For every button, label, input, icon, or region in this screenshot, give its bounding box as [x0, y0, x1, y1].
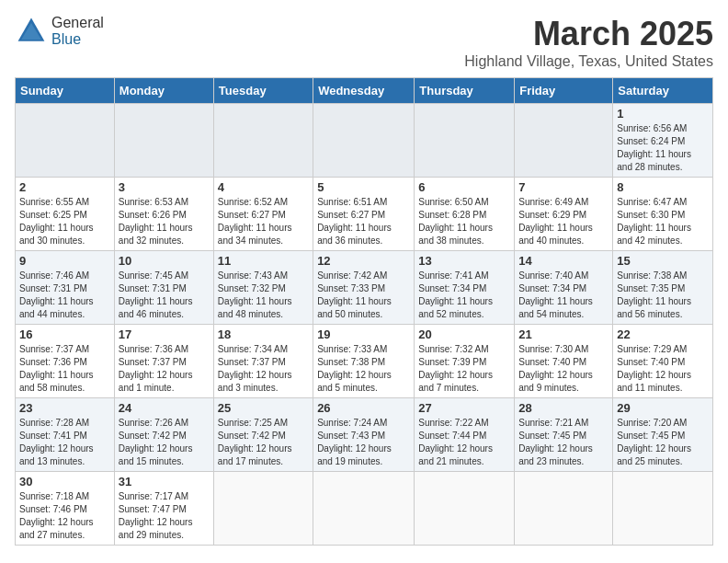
calendar-cell: 15Sunrise: 7:38 AM Sunset: 7:35 PM Dayli… — [613, 251, 713, 325]
calendar-cell: 6Sunrise: 6:50 AM Sunset: 6:28 PM Daylig… — [415, 178, 515, 251]
calendar-cell: 22Sunrise: 7:29 AM Sunset: 7:40 PM Dayli… — [613, 325, 713, 398]
calendar-cell — [114, 104, 213, 178]
calendar-cell: 26Sunrise: 7:24 AM Sunset: 7:43 PM Dayli… — [313, 398, 415, 472]
week-row-6: 30Sunrise: 7:18 AM Sunset: 7:46 PM Dayli… — [16, 472, 713, 546]
day-number: 7 — [518, 180, 609, 194]
day-number: 28 — [518, 401, 609, 415]
day-info: Sunrise: 7:22 AM Sunset: 7:44 PM Dayligh… — [418, 417, 510, 468]
header-row: SundayMondayTuesdayWednesdayThursdayFrid… — [16, 78, 713, 104]
day-number: 1 — [617, 107, 709, 121]
day-info: Sunrise: 7:18 AM Sunset: 7:46 PM Dayligh… — [19, 490, 110, 542]
day-info: Sunrise: 7:37 AM Sunset: 7:36 PM Dayligh… — [19, 343, 110, 395]
day-number: 31 — [119, 475, 210, 488]
month-title: March 2025 — [464, 15, 713, 53]
day-info: Sunrise: 7:46 AM Sunset: 7:31 PM Dayligh… — [19, 270, 110, 321]
header: General Blue March 2025 Highland Village… — [15, 15, 713, 70]
day-info: Sunrise: 6:55 AM Sunset: 6:25 PM Dayligh… — [19, 196, 110, 247]
page-container: General Blue March 2025 Highland Village… — [15, 15, 713, 546]
logo: General Blue — [15, 15, 104, 48]
calendar-cell: 20Sunrise: 7:32 AM Sunset: 7:39 PM Dayli… — [415, 325, 515, 398]
day-header-wednesday: Wednesday — [313, 78, 415, 104]
day-info: Sunrise: 7:41 AM Sunset: 7:34 PM Dayligh… — [418, 270, 510, 321]
calendar-cell — [313, 472, 415, 546]
calendar-cell: 3Sunrise: 6:53 AM Sunset: 6:26 PM Daylig… — [114, 178, 213, 251]
day-info: Sunrise: 7:28 AM Sunset: 7:41 PM Dayligh… — [19, 417, 110, 468]
day-number: 4 — [218, 180, 309, 194]
calendar-cell: 7Sunrise: 6:49 AM Sunset: 6:29 PM Daylig… — [515, 178, 613, 251]
calendar-cell: 25Sunrise: 7:25 AM Sunset: 7:42 PM Dayli… — [213, 398, 313, 472]
calendar-cell: 21Sunrise: 7:30 AM Sunset: 7:40 PM Dayli… — [515, 325, 613, 398]
day-number: 21 — [518, 327, 609, 341]
day-info: Sunrise: 7:25 AM Sunset: 7:42 PM Dayligh… — [218, 417, 309, 468]
calendar-cell: 28Sunrise: 7:21 AM Sunset: 7:45 PM Dayli… — [515, 398, 613, 472]
day-info: Sunrise: 7:42 AM Sunset: 7:33 PM Dayligh… — [317, 270, 410, 321]
day-info: Sunrise: 7:29 AM Sunset: 7:40 PM Dayligh… — [617, 343, 709, 395]
calendar-cell — [16, 104, 115, 178]
calendar-cell: 27Sunrise: 7:22 AM Sunset: 7:44 PM Dayli… — [415, 398, 515, 472]
calendar-cell: 10Sunrise: 7:45 AM Sunset: 7:31 PM Dayli… — [114, 251, 213, 325]
day-number: 20 — [418, 327, 510, 341]
week-row-4: 16Sunrise: 7:37 AM Sunset: 7:36 PM Dayli… — [16, 325, 713, 398]
calendar-cell — [515, 472, 613, 546]
day-number: 18 — [218, 327, 309, 341]
calendar-cell: 2Sunrise: 6:55 AM Sunset: 6:25 PM Daylig… — [16, 178, 115, 251]
day-number: 19 — [317, 327, 410, 341]
calendar-cell — [515, 104, 613, 178]
day-info: Sunrise: 6:52 AM Sunset: 6:27 PM Dayligh… — [218, 196, 309, 247]
day-info: Sunrise: 7:17 AM Sunset: 7:47 PM Dayligh… — [119, 490, 210, 542]
calendar-cell: 24Sunrise: 7:26 AM Sunset: 7:42 PM Dayli… — [114, 398, 213, 472]
day-number: 23 — [19, 401, 110, 415]
calendar-cell: 5Sunrise: 6:51 AM Sunset: 6:27 PM Daylig… — [313, 178, 415, 251]
week-row-3: 9Sunrise: 7:46 AM Sunset: 7:31 PM Daylig… — [16, 251, 713, 325]
calendar-cell — [415, 104, 515, 178]
day-info: Sunrise: 7:34 AM Sunset: 7:37 PM Dayligh… — [218, 343, 309, 395]
day-info: Sunrise: 7:36 AM Sunset: 7:37 PM Dayligh… — [119, 343, 210, 395]
calendar-cell: 4Sunrise: 6:52 AM Sunset: 6:27 PM Daylig… — [213, 178, 313, 251]
day-number: 9 — [19, 254, 110, 268]
day-number: 10 — [119, 254, 210, 268]
logo-text: General Blue — [51, 15, 104, 47]
day-number: 14 — [518, 254, 609, 268]
calendar-cell: 1Sunrise: 6:56 AM Sunset: 6:24 PM Daylig… — [613, 104, 713, 178]
day-info: Sunrise: 6:51 AM Sunset: 6:27 PM Dayligh… — [317, 196, 410, 247]
calendar-cell: 8Sunrise: 6:47 AM Sunset: 6:30 PM Daylig… — [613, 178, 713, 251]
day-number: 2 — [19, 180, 110, 194]
calendar-cell: 31Sunrise: 7:17 AM Sunset: 7:47 PM Dayli… — [114, 472, 213, 546]
calendar-cell: 17Sunrise: 7:36 AM Sunset: 7:37 PM Dayli… — [114, 325, 213, 398]
day-info: Sunrise: 7:38 AM Sunset: 7:35 PM Dayligh… — [617, 270, 709, 321]
day-number: 29 — [617, 401, 709, 415]
day-header-thursday: Thursday — [415, 78, 515, 104]
day-header-tuesday: Tuesday — [213, 78, 313, 104]
day-number: 27 — [418, 401, 510, 415]
day-info: Sunrise: 7:30 AM Sunset: 7:40 PM Dayligh… — [518, 343, 609, 395]
day-info: Sunrise: 6:53 AM Sunset: 6:26 PM Dayligh… — [119, 196, 210, 247]
calendar-cell: 13Sunrise: 7:41 AM Sunset: 7:34 PM Dayli… — [415, 251, 515, 325]
day-number: 16 — [19, 327, 110, 341]
calendar-cell: 12Sunrise: 7:42 AM Sunset: 7:33 PM Dayli… — [313, 251, 415, 325]
location-title: Highland Village, Texas, United States — [464, 53, 713, 70]
day-number: 26 — [317, 401, 410, 415]
calendar-cell: 30Sunrise: 7:18 AM Sunset: 7:46 PM Dayli… — [16, 472, 115, 546]
day-number: 3 — [119, 180, 210, 194]
day-number: 25 — [218, 401, 309, 415]
day-info: Sunrise: 6:49 AM Sunset: 6:29 PM Dayligh… — [518, 196, 609, 247]
day-info: Sunrise: 7:43 AM Sunset: 7:32 PM Dayligh… — [218, 270, 309, 321]
day-number: 17 — [119, 327, 210, 341]
calendar-cell: 16Sunrise: 7:37 AM Sunset: 7:36 PM Dayli… — [16, 325, 115, 398]
day-header-sunday: Sunday — [16, 78, 115, 104]
day-info: Sunrise: 6:50 AM Sunset: 6:28 PM Dayligh… — [418, 196, 510, 247]
day-info: Sunrise: 7:32 AM Sunset: 7:39 PM Dayligh… — [418, 343, 510, 395]
day-info: Sunrise: 7:45 AM Sunset: 7:31 PM Dayligh… — [119, 270, 210, 321]
title-section: March 2025 Highland Village, Texas, Unit… — [464, 15, 713, 70]
calendar-cell — [613, 472, 713, 546]
logo-icon — [15, 15, 48, 48]
day-number: 11 — [218, 254, 309, 268]
day-number: 22 — [617, 327, 709, 341]
day-info: Sunrise: 7:40 AM Sunset: 7:34 PM Dayligh… — [518, 270, 609, 321]
day-number: 6 — [418, 180, 510, 194]
day-number: 8 — [617, 180, 709, 194]
calendar-cell: 19Sunrise: 7:33 AM Sunset: 7:38 PM Dayli… — [313, 325, 415, 398]
day-info: Sunrise: 7:20 AM Sunset: 7:45 PM Dayligh… — [617, 417, 709, 468]
day-header-friday: Friday — [515, 78, 613, 104]
calendar-cell — [415, 472, 515, 546]
